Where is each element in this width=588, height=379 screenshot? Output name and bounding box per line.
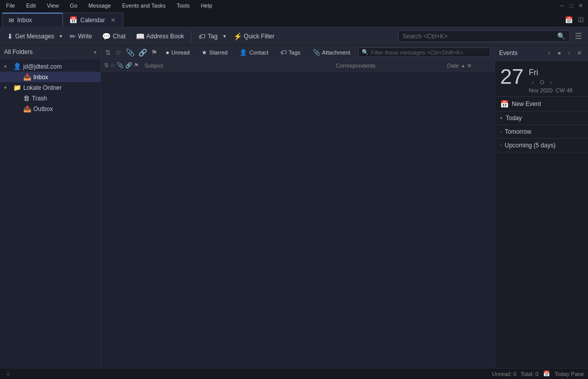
tab-inbox-label: Inbox [17, 17, 32, 24]
events-section-tomorrow: › Tomorrow [495, 125, 588, 139]
menu-help[interactable]: Help [199, 2, 214, 10]
events-nav-dot[interactable]: ● [555, 48, 564, 58]
menu-go[interactable]: Go [68, 2, 79, 10]
new-event-button[interactable]: 📅 New Event [495, 97, 588, 112]
calendar-meta: Nov 2020 CW 48 [529, 87, 573, 93]
col-options-icon[interactable]: ⊕ [467, 63, 471, 68]
col-header-date[interactable]: Date ▲ ⊕ [444, 63, 495, 69]
tab-inbox[interactable]: ✉ Inbox [2, 13, 63, 27]
inbox-tab-icon: ✉ [9, 17, 14, 24]
tag-icon: 🏷 [199, 32, 206, 40]
tab-calendar-close[interactable]: ✕ [110, 17, 117, 24]
tab-bar: ✉ Inbox 📅 Calendar ✕ 📅 ☑ [0, 11, 588, 27]
events-close-button[interactable]: ✕ [575, 48, 584, 58]
tasks-view-button[interactable]: ☑ [576, 15, 586, 25]
col-date-label: Date [447, 63, 459, 69]
tag-arrow[interactable]: ▾ [222, 31, 227, 41]
get-messages-button[interactable]: ⬇ Get Messages [3, 30, 58, 42]
menu-message[interactable]: Message [86, 2, 113, 10]
col-sort-thread: ⇅ [104, 62, 109, 69]
search-input[interactable] [403, 33, 557, 40]
menu-events-tasks[interactable]: Events and Tasks [120, 2, 168, 10]
trash-icon: 🗑 [23, 94, 30, 102]
filter-tags-button[interactable]: 🏷 Tags [276, 48, 304, 57]
filter-attachment-button[interactable]: 📎 Attachment [309, 48, 355, 57]
local-icon: 📁 [13, 84, 21, 91]
sidebar-item-local[interactable]: ▾ 📁 Lokale Ordner [0, 82, 101, 93]
filter-starred-button[interactable]: ★ Starred [198, 48, 231, 57]
filter-bar: ⇅ ☆ 📎 🔗 ⚑ ● Unread ★ Starred 👤 Contact 🏷… [101, 45, 495, 60]
today-label: Today [506, 115, 522, 122]
tomorrow-expand-arrow: › [500, 129, 502, 134]
calendar-week-text: CW 48 [556, 87, 573, 93]
events-section-upcoming: › Upcoming (5 days) [495, 139, 588, 152]
col-header-subject[interactable]: Subject [141, 63, 333, 69]
upcoming-label: Upcoming (5 days) [505, 142, 556, 149]
overflow-menu-button[interactable]: ☰ [572, 29, 585, 43]
filter-search-box[interactable]: 🔍 Filter these messages <Ctrl+Shift+K> [358, 47, 491, 57]
connection-status-icon: ○ [4, 370, 12, 378]
chat-button[interactable]: 💬 Chat [98, 30, 129, 42]
events-section-tomorrow-header[interactable]: › Tomorrow [495, 125, 588, 138]
sidebar-item-outbox[interactable]: 📤 Outbox [0, 103, 101, 114]
events-section-today-header[interactable]: ▾ Today [495, 112, 588, 125]
address-book-label: Address Book [146, 33, 184, 40]
trash-label: Trash [32, 95, 47, 102]
maximize-button[interactable]: □ [568, 2, 575, 9]
get-messages-arrow[interactable]: ▾ [58, 31, 64, 41]
today-pane-icon: 📅 [543, 370, 551, 378]
calendar-month-nav: ‹ [529, 78, 537, 86]
sidebar: All Folders ▾ ▾ 👤 jd@jdtest.com 📥 Inbox … [0, 45, 101, 368]
calendar-tab-icon: 📅 [69, 16, 77, 24]
calendar-circle-icon [540, 80, 544, 84]
sidebar-item-account[interactable]: ▾ 👤 jd@jdtest.com [0, 61, 101, 72]
sidebar-header-arrow[interactable]: ▾ [94, 49, 96, 55]
filter-search-icon: 🔍 [362, 49, 369, 56]
filter-attachment-label: Attachment [322, 49, 351, 56]
sidebar-item-inbox[interactable]: 📥 Inbox [0, 72, 101, 82]
today-expand-arrow: ▾ [500, 116, 503, 121]
close-button[interactable]: ✕ [577, 2, 584, 9]
message-list-body [101, 72, 495, 368]
sidebar-item-trash[interactable]: 🗑 Trash [0, 93, 101, 103]
menu-view[interactable]: View [45, 2, 61, 10]
menu-tools[interactable]: Tools [175, 2, 192, 10]
tomorrow-label: Tomorrow [505, 128, 531, 135]
menu-file[interactable]: File [4, 2, 17, 10]
month-prev-button[interactable]: ‹ [529, 78, 537, 86]
tab-calendar[interactable]: 📅 Calendar ✕ [63, 13, 123, 27]
today-pane-label[interactable]: Today Pane [555, 371, 584, 377]
events-nav-next[interactable]: › [565, 48, 574, 58]
events-panel: Events ‹ ● › ✕ 27 Fri ‹ › Nov [495, 45, 588, 368]
contact-icon: 👤 [239, 49, 247, 56]
menu-bar: File Edit View Go Message Events and Tas… [4, 2, 214, 10]
events-section-upcoming-header[interactable]: › Upcoming (5 days) [495, 139, 588, 152]
account-expand-arrow: ▾ [4, 64, 11, 69]
get-messages-label: Get Messages [15, 33, 54, 40]
calendar-view-button[interactable]: 📅 [564, 15, 574, 25]
filter-starred-label: Starred [209, 49, 227, 56]
col-header-correspondents[interactable]: Correspondents [333, 63, 444, 69]
filter-unread-button[interactable]: ● Unread [162, 48, 193, 57]
link-sort-icon: 🔗 [138, 48, 147, 57]
col-correspondents-label: Correspondents [336, 63, 375, 69]
toolbar: ⬇ Get Messages ▾ ✏ Write 💬 Chat 📖 Addres… [0, 27, 588, 45]
filter-contact-button[interactable]: 👤 Contact [235, 48, 272, 57]
statusbar-left: ○ [4, 370, 12, 378]
col-sort-star: ☆ [110, 62, 115, 69]
address-book-button[interactable]: 📖 Address Book [132, 30, 188, 42]
calendar-date-area: 27 Fri ‹ › Nov 2020 CW 48 [495, 61, 588, 97]
minimize-button[interactable]: ─ [559, 2, 566, 9]
toolbar-sep-1 [191, 30, 191, 42]
tag-button[interactable]: 🏷 Tag [194, 30, 221, 42]
sidebar-header: All Folders ▾ [0, 45, 101, 59]
calendar-day-info: Fri ‹ › Nov 2020 CW 48 [529, 66, 573, 93]
events-nav-prev[interactable]: ‹ [545, 48, 554, 58]
month-next-button[interactable]: › [547, 78, 555, 86]
search-icon: 🔍 [557, 32, 565, 40]
menu-edit[interactable]: Edit [24, 2, 38, 10]
calendar-month-text: Nov 2020 [529, 87, 553, 93]
write-button[interactable]: ✏ Write [66, 30, 96, 42]
statusbar: ○ Unread: 0 Total: 0 📅 Today Pane [0, 368, 588, 379]
quick-filter-button[interactable]: ⚡ Quick Filter [229, 30, 279, 42]
